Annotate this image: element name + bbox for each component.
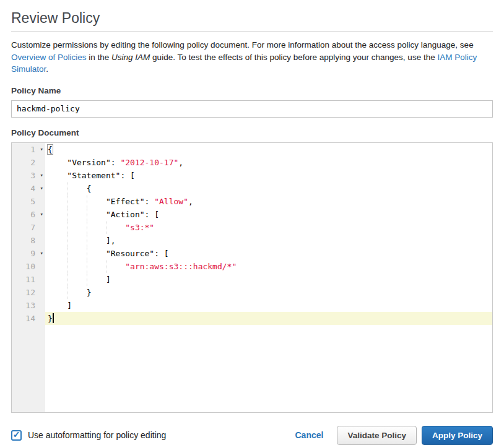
code-line[interactable]: ] bbox=[45, 299, 492, 312]
line-number: 5 bbox=[12, 195, 45, 208]
code-line[interactable]: "Statement": [ bbox=[45, 169, 492, 182]
editor-content[interactable]: { "Version": "2012-10-17", "Statement": … bbox=[45, 143, 492, 412]
line-number: 14 bbox=[12, 312, 45, 325]
fold-arrow-icon[interactable]: ▾ bbox=[40, 182, 43, 195]
autoformat-label: Use autoformatting for policy editing bbox=[28, 430, 166, 440]
indent-guide bbox=[87, 273, 87, 286]
page-title: Review Policy bbox=[11, 10, 493, 27]
indent-guide bbox=[87, 247, 87, 260]
fold-arrow-icon[interactable]: ▾ bbox=[40, 169, 43, 182]
code-line[interactable]: ], bbox=[45, 234, 492, 247]
line-number: 6▾ bbox=[12, 208, 45, 221]
intro-text-after: . bbox=[46, 64, 48, 74]
line-number: 4▾ bbox=[12, 182, 45, 195]
apply-policy-button[interactable]: Apply Policy bbox=[422, 426, 493, 445]
policy-document-label: Policy Document bbox=[11, 128, 493, 137]
line-number: 10 bbox=[12, 260, 45, 273]
code-line[interactable]: "arn:aws:s3:::hackmd/*" bbox=[45, 260, 492, 273]
action-buttons: Cancel Validate Policy Apply Policy bbox=[295, 426, 493, 445]
code-line[interactable]: { bbox=[45, 182, 492, 195]
indent-guide bbox=[106, 221, 106, 234]
indent-guide bbox=[87, 195, 87, 208]
indent-guide bbox=[67, 221, 67, 234]
code-line[interactable]: ] bbox=[45, 273, 492, 286]
overview-of-policies-link[interactable]: Overview of Policies bbox=[11, 53, 87, 62]
indent-guide bbox=[87, 260, 87, 273]
text-cursor bbox=[53, 313, 54, 323]
cancel-link[interactable]: Cancel bbox=[295, 430, 324, 440]
using-iam-guide-name: Using IAM bbox=[111, 53, 150, 62]
code-line[interactable]: { bbox=[45, 143, 492, 156]
fold-arrow-icon[interactable]: ▾ bbox=[40, 208, 43, 221]
indent-guide bbox=[67, 247, 67, 260]
validate-policy-button[interactable]: Validate Policy bbox=[337, 426, 417, 445]
code-line[interactable]: } bbox=[45, 312, 492, 325]
line-number: 1▾ bbox=[12, 143, 45, 156]
indent-guide bbox=[67, 234, 67, 247]
intro-text-mid2: guide. To test the effects of this polic… bbox=[150, 53, 437, 62]
indent-guide bbox=[87, 208, 87, 221]
fold-arrow-icon[interactable]: ▾ bbox=[40, 247, 43, 260]
line-number: 8 bbox=[12, 234, 45, 247]
line-number: 12 bbox=[12, 286, 45, 299]
autoformat-checkbox[interactable]: ✓ Use autoformatting for policy editing bbox=[11, 430, 166, 441]
line-number: 13 bbox=[12, 299, 45, 312]
fold-arrow-icon[interactable]: ▾ bbox=[40, 143, 43, 156]
indent-guide bbox=[67, 208, 67, 221]
indent-guide bbox=[87, 221, 87, 234]
review-policy-page: Review Policy Customize permissions by e… bbox=[0, 10, 504, 445]
code-line[interactable]: "Effect": "Allow", bbox=[45, 195, 492, 208]
code-line[interactable]: "s3:*" bbox=[45, 221, 492, 234]
policy-name-input[interactable] bbox=[11, 100, 493, 118]
indent-guide bbox=[67, 273, 67, 286]
checkbox-icon[interactable]: ✓ bbox=[11, 430, 22, 441]
code-line[interactable]: "Resource": [ bbox=[45, 247, 492, 260]
line-number: 9▾ bbox=[12, 247, 45, 260]
code-line[interactable]: "Action": [ bbox=[45, 208, 492, 221]
line-number: 11 bbox=[12, 273, 45, 286]
line-number: 3▾ bbox=[12, 169, 45, 182]
intro-text-mid1: in the bbox=[87, 53, 112, 62]
footer-bar: ✓ Use autoformatting for policy editing … bbox=[11, 426, 493, 445]
title-divider bbox=[11, 31, 493, 32]
code-line[interactable]: } bbox=[45, 286, 492, 299]
indent-guide bbox=[87, 234, 87, 247]
intro-text-before: Customize permissions by editing the fol… bbox=[11, 40, 474, 50]
code-line[interactable]: "Version": "2012-10-17", bbox=[45, 156, 492, 169]
indent-guide bbox=[106, 260, 106, 273]
indent-guide bbox=[67, 182, 67, 195]
check-icon: ✓ bbox=[13, 430, 20, 439]
policy-document-editor[interactable]: 1▾23▾4▾56▾789▾1011121314 { "Version": "2… bbox=[11, 142, 493, 413]
indent-guide bbox=[67, 195, 67, 208]
indent-guide bbox=[67, 260, 67, 273]
indent-guide bbox=[67, 286, 67, 299]
line-number: 7 bbox=[12, 221, 45, 234]
intro-text: Customize permissions by editing the fol… bbox=[11, 39, 493, 76]
editor-gutter: 1▾23▾4▾56▾789▾1011121314 bbox=[12, 143, 45, 412]
line-number: 2 bbox=[12, 156, 45, 169]
policy-name-label: Policy Name bbox=[11, 86, 493, 95]
